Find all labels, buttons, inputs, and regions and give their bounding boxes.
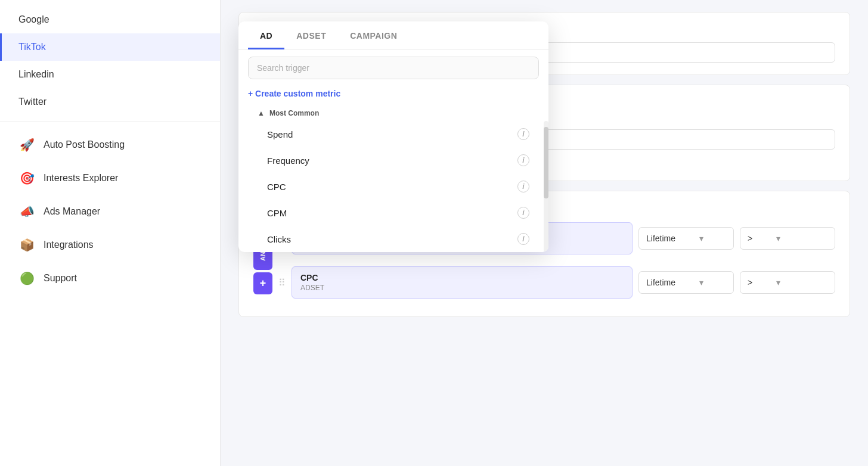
chevron-down-icon: ▾ [776,234,780,243]
search-input[interactable] [248,57,539,79]
chevron-down-icon: ▾ [776,278,780,287]
tab-adset[interactable]: ADSET [284,21,338,49]
dropdown-item-cpm[interactable]: CPM i [238,200,548,226]
info-icon[interactable]: i [517,207,529,219]
sidebar-item-interests-explorer[interactable]: 🎯 Interests Explorer [0,161,220,195]
sidebar-item-integrations[interactable]: 📦 Integrations [0,228,220,262]
sidebar-item-tiktok[interactable]: TikTok [0,33,220,61]
dropdown-section-label: ▲ Most Common [238,104,548,121]
condition-field-cpc[interactable]: CPC ADSET [292,266,633,299]
trigger-dropdown: AD ADSET CAMPAIGN + Create custom metric… [238,21,548,252]
sidebar-item-google[interactable]: Google [0,6,220,33]
scrollbar[interactable] [544,121,548,252]
dropdown-item-spend[interactable]: Spend i [238,121,548,147]
condition-field-type: ADSET [300,284,624,292]
condition-time-period-1[interactable]: Lifetime ▾ [638,227,734,250]
info-icon[interactable]: i [517,181,529,192]
rocket-icon: 🚀 [18,136,35,153]
target-icon: 🎯 [18,170,35,187]
dropdown-tabs: AD ADSET CAMPAIGN [238,21,548,49]
tab-ad[interactable]: AD [248,21,284,49]
dropdown-item-clicks[interactable]: Clicks i [238,226,548,252]
chevron-down-icon: ▾ [699,278,703,287]
integrations-icon: 📦 [18,237,35,253]
main-content: Ad Account SD_Convert Task Action Notify… [221,0,868,466]
megaphone-icon: 📣 [18,203,35,220]
info-icon[interactable]: i [517,128,529,140]
sidebar: Google TikTok Linkedin Twitter 🚀 Auto Po… [0,0,221,466]
chevron-down-icon: ▾ [699,234,703,243]
dropdown-search-container [238,49,548,86]
collapse-icon[interactable]: ▲ [258,109,265,117]
condition-field-name: CPC [300,273,624,282]
support-icon: 🟢 [18,270,35,287]
sidebar-divider [0,122,220,122]
condition-operator-1[interactable]: > ▾ [740,227,835,250]
sidebar-item-auto-post-boosting[interactable]: 🚀 Auto Post Boosting [0,128,220,161]
drag-handle-icon[interactable]: ⠿ [278,277,286,288]
dropdown-item-cpc[interactable]: CPC i [238,173,548,200]
sidebar-item-support[interactable]: 🟢 Support [0,262,220,295]
info-icon[interactable]: i [517,154,529,166]
condition-operator-2[interactable]: > ▾ [740,271,835,294]
sidebar-item-linkedin[interactable]: Linkedin [0,61,220,88]
tab-campaign[interactable]: CAMPAIGN [338,21,409,49]
add-condition-button[interactable]: + [253,272,272,294]
info-icon[interactable]: i [517,233,529,245]
scrollbar-thumb [544,127,548,198]
dropdown-items-list: Spend i Frequency i CPC i CPM i Clicks [238,121,548,252]
dropdown-item-frequency[interactable]: Frequency i [238,147,548,173]
condition-time-period-2[interactable]: Lifetime ▾ [638,271,734,294]
create-custom-metric-button[interactable]: + Create custom metric [238,86,548,104]
condition-row: ⠿ CPC ADSET Lifetime ▾ > ▾ [278,266,835,299]
sidebar-item-ads-manager[interactable]: 📣 Ads Manager [0,195,220,228]
sidebar-item-twitter[interactable]: Twitter [0,88,220,116]
